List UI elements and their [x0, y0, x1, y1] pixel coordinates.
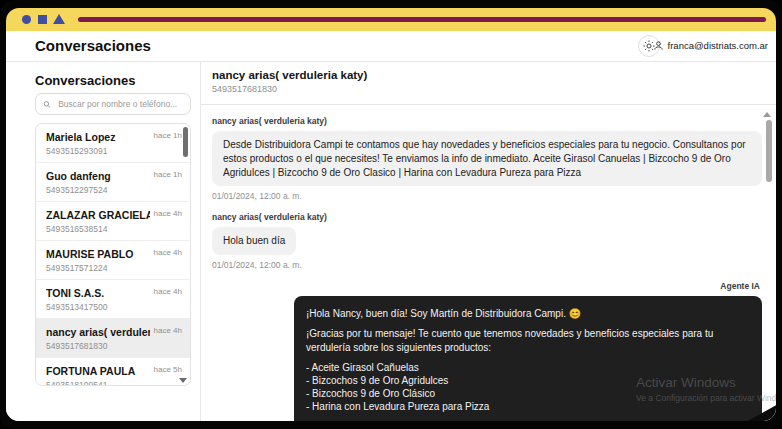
conversation-phone: 5493517681830	[46, 341, 180, 351]
conversation-item-selected[interactable]: nancy arias( verduleria katy) 5493517681…	[36, 319, 190, 358]
chat-scroll-up-icon[interactable]	[763, 112, 771, 117]
conversation-time: hace 4h	[154, 209, 182, 218]
chat-panel: nancy arias( verduleria katy) 5493517681…	[201, 62, 776, 421]
browser-window: Conversaciones franca@distriats.com.ar C…	[0, 0, 782, 429]
message-timestamp: 01/01/2024, 12:00 a. m.	[212, 191, 762, 201]
chat-header: nancy arias( verduleria katy) 5493517681…	[201, 62, 776, 105]
message-bubble-contact: Desde Distribuidora Campi te contamos qu…	[212, 131, 762, 186]
browser-chrome	[6, 8, 776, 31]
sidebar-title: Conversaciones	[35, 73, 135, 88]
window-control-square-icon[interactable]	[38, 15, 47, 24]
chat-scrollbar-thumb[interactable]	[766, 120, 772, 182]
user-email: franca@distriats.com.ar	[668, 40, 768, 51]
conversation-time: hace 1h	[154, 131, 182, 140]
conversation-name: nancy arias( verduleria katy)	[46, 326, 150, 338]
conversation-time: hace 4h	[154, 326, 182, 335]
window-control-circle-icon[interactable]	[22, 15, 31, 24]
conversations-sidebar: Conversaciones Mariela Lopez 54935152930…	[6, 62, 200, 421]
search-icon	[43, 100, 51, 109]
conversation-time: hace 4h	[154, 248, 182, 257]
conversation-time: hace 4h	[154, 287, 182, 296]
conversation-name: TONI S.A.S.	[46, 287, 150, 299]
conversation-item[interactable]: Guo danfeng 5493512297524 hace 1h	[36, 163, 190, 202]
conversation-phone: 5493518109541	[46, 380, 180, 386]
conversation-list: Mariela Lopez 5493515293091 hace 1h Guo …	[35, 123, 191, 386]
message-sender-label-agent: Agente IA	[212, 281, 760, 291]
search-box[interactable]	[35, 93, 191, 115]
message-bubble-contact: Hola buen día	[212, 227, 296, 255]
conversation-time: hace 5h	[154, 365, 182, 374]
conversation-item[interactable]: Mariela Lopez 5493515293091 hace 1h	[36, 124, 190, 163]
conversation-name: FORTUNA PAULA	[46, 365, 150, 377]
conversation-item[interactable]: FORTUNA PAULA 5493518109541 hace 5h	[36, 358, 190, 386]
person-icon	[653, 40, 664, 51]
conversation-item[interactable]: ZALAZAR GRACIELA DEL V... 5493516538514 …	[36, 202, 190, 241]
conversation-item[interactable]: MAURISE PABLO 5493517571224 hace 4h	[36, 241, 190, 280]
conversation-name: MAURISE PABLO	[46, 248, 150, 260]
conversation-name: Guo danfeng	[46, 170, 150, 182]
agent-paragraph: ¡Hola Nancy, buen día! Soy Martín de Dis…	[306, 307, 750, 320]
message-sender-label: nancy arias( verduleria katy)	[212, 116, 762, 126]
conversation-phone: 5493513417500	[46, 302, 180, 312]
chat-contact-phone: 5493517681830	[212, 84, 776, 94]
conversation-phone: 5493512297524	[46, 185, 180, 195]
address-bar[interactable]	[78, 17, 766, 22]
user-account[interactable]: franca@distriats.com.ar	[653, 40, 768, 51]
conversation-item[interactable]: TONI S.A.S. 5493513417500 hace 4h	[36, 280, 190, 319]
page-title: Conversaciones	[35, 37, 151, 54]
conversation-phone: 5493516538514	[46, 224, 180, 234]
list-scroll-down-icon[interactable]	[179, 378, 187, 383]
message-list[interactable]: nancy arias( verduleria katy) Desde Dist…	[201, 106, 776, 421]
conversation-phone: 5493515293091	[46, 146, 180, 156]
app-header: Conversaciones franca@distriats.com.ar	[6, 31, 776, 62]
app-page: Conversaciones franca@distriats.com.ar C…	[6, 31, 776, 421]
window-control-triangle-icon[interactable]	[53, 14, 65, 24]
agent-paragraph: - Aceite Girasol Cañuelas - Bizcochos 9 …	[306, 361, 750, 414]
message-timestamp: 01/01/2024, 12:00 a. m.	[212, 260, 762, 270]
mouse-cursor	[746, 404, 776, 421]
message-sender-label: nancy arias( verduleria katy)	[212, 212, 762, 222]
conversation-phone: 5493517571224	[46, 263, 180, 273]
chat-contact-name: nancy arias( verduleria katy)	[212, 69, 776, 81]
conversation-name: ZALAZAR GRACIELA DEL V...	[46, 209, 150, 221]
search-input[interactable]	[56, 98, 183, 110]
message-bubble-agent: ¡Hola Nancy, buen día! Soy Martín de Dis…	[294, 296, 762, 421]
conversation-name: Mariela Lopez	[46, 131, 150, 143]
list-scrollbar-thumb[interactable]	[183, 127, 188, 157]
agent-paragraph: ¿Te gustaría que te pase más info, preci…	[306, 421, 750, 422]
agent-paragraph: ¡Gracias por tu mensaje! Te cuento que t…	[306, 327, 750, 353]
conversation-time: hace 1h	[154, 170, 182, 179]
